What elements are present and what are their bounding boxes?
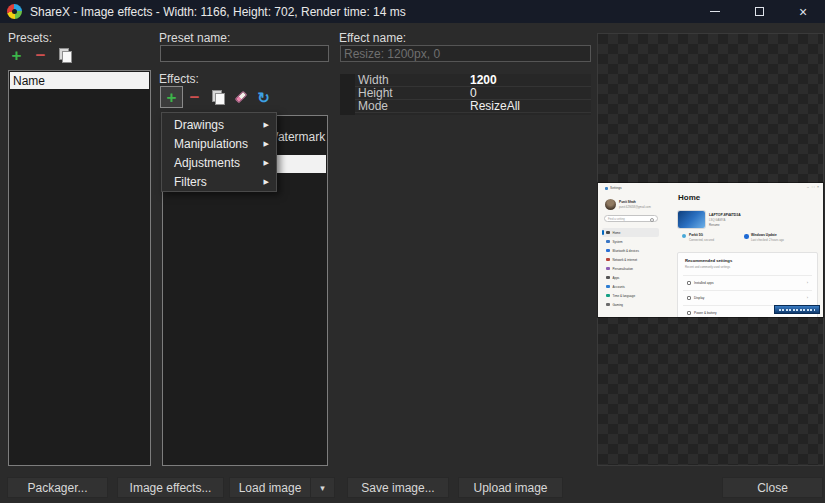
property-name: Width xyxy=(358,73,470,87)
refresh-effects-button[interactable]: ↻ xyxy=(252,86,275,108)
image-effects-button-label: Image effects... xyxy=(130,481,212,495)
add-preset-button[interactable]: + xyxy=(5,44,28,66)
mini-nav: Home System Bluetooth & devices Network … xyxy=(602,228,659,309)
mini-device-rename: Rename xyxy=(709,223,720,227)
mini-nav-item-gaming: Gaming xyxy=(602,300,659,309)
system-icon xyxy=(606,240,610,244)
remove-preset-button[interactable]: − xyxy=(29,44,52,66)
apps-icon xyxy=(606,276,610,280)
mini-network-name: Parkit 5G xyxy=(689,233,703,237)
window-controls: × xyxy=(693,0,825,23)
upload-image-button-label: Upload image xyxy=(473,481,547,495)
load-image-button[interactable]: Load image ▾ xyxy=(229,477,335,498)
close-button[interactable]: × xyxy=(781,0,825,23)
bluetooth-icon xyxy=(606,249,610,253)
duplicate-effect-button[interactable] xyxy=(206,86,229,108)
presets-list[interactable]: Name xyxy=(8,70,151,466)
presets-label: Presets: xyxy=(8,31,52,45)
menu-item-drawings[interactable]: Drawings ▶ xyxy=(162,115,276,134)
accounts-icon xyxy=(606,285,610,289)
packager-button-label: Packager... xyxy=(27,481,87,495)
mini-nav-item-accounts: Accounts xyxy=(602,282,659,291)
effects-label: Effects: xyxy=(159,72,199,86)
wifi-icon xyxy=(682,234,686,238)
clear-effects-button[interactable] xyxy=(229,86,252,108)
display-icon xyxy=(687,296,691,300)
time-language-icon xyxy=(606,294,610,298)
eraser-icon xyxy=(234,91,247,104)
close-dialog-button-label: Close xyxy=(757,481,788,495)
preset-name-input[interactable] xyxy=(160,45,329,62)
property-row-mode[interactable]: Mode ResizeAll xyxy=(340,100,591,113)
mini-nav-item-time-language: Time & language xyxy=(602,291,659,300)
submenu-arrow-icon: ▶ xyxy=(264,159,269,167)
windows-update-icon xyxy=(744,234,749,239)
preset-name-label: Preset name: xyxy=(159,31,230,45)
menu-item-label: Filters xyxy=(174,175,207,189)
save-image-button[interactable]: Save image... xyxy=(347,477,449,498)
property-value[interactable]: 0 xyxy=(470,86,477,100)
menu-item-filters[interactable]: Filters ▶ xyxy=(162,172,276,191)
preset-list-item[interactable]: Name xyxy=(10,72,149,89)
remove-effect-button[interactable]: − xyxy=(183,86,206,108)
mini-recommended-row: Installed apps › xyxy=(683,275,812,289)
menu-item-label: Adjustments xyxy=(174,156,240,170)
close-dialog-button[interactable]: Close xyxy=(722,477,823,498)
gaming-icon xyxy=(606,303,610,307)
menu-item-label: Manipulations xyxy=(174,137,248,151)
mini-recommended-title: Recommended settings xyxy=(685,258,732,263)
mini-recommended-row: Display › xyxy=(683,290,812,304)
mini-nav-item-home: Home xyxy=(602,228,659,237)
mini-nav-item-bluetooth: Bluetooth & devices xyxy=(602,246,659,255)
mini-close-icon: × xyxy=(817,185,819,189)
menu-item-manipulations[interactable]: Manipulations ▶ xyxy=(162,134,276,153)
add-effect-button[interactable]: + xyxy=(160,86,183,108)
mini-home-heading: Home xyxy=(678,193,700,202)
mini-avatar xyxy=(605,199,616,210)
preview-image: Settings – □ × Punit Shah punit.629058@g… xyxy=(598,183,823,317)
mini-nav-item-system: System xyxy=(602,237,659,246)
load-image-dropdown[interactable]: ▾ xyxy=(310,478,334,497)
duplicate-icon xyxy=(58,48,72,62)
mini-nav-item-apps: Apps xyxy=(602,273,659,282)
submenu-arrow-icon: ▶ xyxy=(264,140,269,148)
refresh-icon: ↻ xyxy=(257,90,270,105)
mini-device-thumbnail xyxy=(678,211,705,228)
mini-nav-item-network: Network & internet xyxy=(602,255,659,264)
effect-name-label: Effect name: xyxy=(339,31,406,45)
mini-settings-title: Settings xyxy=(610,186,622,190)
minimize-icon xyxy=(710,11,720,12)
upload-image-button[interactable]: Upload image xyxy=(458,477,563,498)
add-icon: + xyxy=(167,89,177,106)
effect-name-input xyxy=(340,45,591,62)
chevron-right-icon: › xyxy=(807,280,808,285)
mini-maximize-icon: □ xyxy=(812,185,814,189)
menu-item-label: Drawings xyxy=(174,118,224,132)
minimize-button[interactable] xyxy=(693,0,737,23)
add-effect-menu: Drawings ▶ Manipulations ▶ Adjustments ▶… xyxy=(161,112,277,192)
window-title: ShareX - Image effects - Width: 1166, He… xyxy=(30,5,406,19)
effects-toolbar: + − ↻ xyxy=(160,86,275,108)
menu-item-adjustments[interactable]: Adjustments ▶ xyxy=(162,153,276,172)
power-battery-icon xyxy=(687,311,691,315)
property-value[interactable]: ResizeAll xyxy=(470,99,520,113)
network-icon xyxy=(606,258,610,262)
installed-apps-icon xyxy=(687,281,691,285)
property-value[interactable]: 1200 xyxy=(470,73,497,87)
duplicate-preset-button[interactable] xyxy=(53,44,76,66)
mini-update-status: Last checked: 2 hours ago xyxy=(751,238,784,242)
dropdown-caret-icon: ▾ xyxy=(320,483,325,493)
maximize-button[interactable] xyxy=(737,0,781,23)
mini-network-status: Connected, secured xyxy=(689,238,714,242)
save-image-button-label: Save image... xyxy=(361,481,434,495)
watermark-badge xyxy=(774,305,820,314)
presets-toolbar: + − xyxy=(5,44,76,66)
image-effects-button[interactable]: Image effects... xyxy=(117,477,224,498)
mini-device-spec: LSQ GAMYA xyxy=(709,218,725,222)
mini-search-input: Find a setting xyxy=(604,215,658,222)
chevron-right-icon: › xyxy=(807,295,808,300)
effect-property-grid: Width 1200 Height 0 Mode ResizeAll xyxy=(340,74,591,115)
packager-button[interactable]: Packager... xyxy=(7,477,108,498)
mini-user-name: Punit Shah xyxy=(619,200,636,204)
property-name: Mode xyxy=(358,99,470,113)
